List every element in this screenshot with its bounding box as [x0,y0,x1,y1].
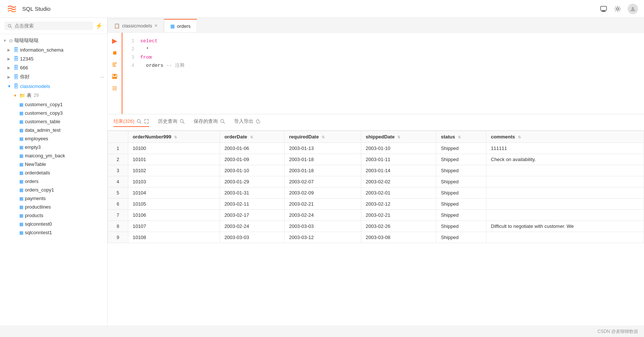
cell-shippedDate: 2003-01-11 [361,154,436,165]
tree-item-customers_copy1[interactable]: ▦ customers_copy1 [0,100,107,109]
tab-classicmodels[interactable]: 📋 classicmodels ✕ [108,19,164,32]
cell-requiredDate: 2003-03-12 [285,232,361,243]
table-icon-1: ▦ [19,102,23,107]
cell-status: Shipped [436,154,486,165]
tree-item-maicong[interactable]: ▦ maicong_ym_back [0,151,107,160]
run-button[interactable]: ▶ [109,36,120,46]
refresh-icon[interactable]: ⚡ [95,22,103,29]
app-logo [6,3,18,15]
tree-arrow-root: ▼ [3,39,7,43]
tree-item-classicmodels[interactable]: ▼ 🗄 classicmodels [0,82,107,91]
tree-item-orders_copy1[interactable]: ▦ orders_copy1 [0,186,107,194]
svg-point-18 [180,120,183,122]
table-icon-14: ▦ [19,213,23,218]
col-header-shippedDate[interactable]: shippedDate ⇅ [361,131,436,143]
tree-item-orders[interactable]: ▦ orders [0,177,107,186]
content-area: 📋 classicmodels ✕ ▦ orders ▶ ⏹ [108,18,644,326]
tree-item-tables-folder[interactable]: ▼ 📁 表 29 [0,91,107,100]
cell-comments [486,176,644,187]
tree-item-customers_table[interactable]: ▦ customers_table [0,117,107,126]
tree-container: ▼ ⊝ 哒哒哒哒哒 ▶ 🗄 information_schema ▶ 🗄 123… [0,34,107,326]
list-button[interactable] [109,83,120,94]
tree-item-customers_copy3[interactable]: ▦ customers_copy3 [0,109,107,117]
tree-label-t4: data_admin_test [25,127,60,133]
tree-arrow-5: ▼ [7,84,12,88]
cell-orderNumber999: 10100 [128,143,220,154]
tree-item-sqlconntest1[interactable]: ▦ sqlconntest1 [0,228,107,237]
result-tab-history[interactable]: 历史查询 [158,118,185,127]
data-table: orderNumber999 ⇅ orderDate ⇅ requiredDat… [108,131,644,243]
result-tab-import[interactable]: 导入导出 [234,118,261,127]
cell-status: Shipped [436,165,486,176]
cell-status: Shipped [436,199,486,210]
table-icon-13: ▦ [19,205,23,210]
result-tab-saved[interactable]: 保存的查询 [194,118,225,127]
tree-item-sqlconntest0[interactable]: ▦ sqlconntest0 [0,220,107,228]
tab-icon-orders: ▦ [170,23,175,29]
monitor-icon[interactable] [599,5,608,13]
more-icon-nihao[interactable]: ··· [100,74,104,80]
svg-point-16 [137,120,140,122]
cell-status: Shipped [436,210,486,221]
table-icon-7: ▦ [19,153,23,158]
tree-item-orderdetails[interactable]: ▦ orderdetails [0,168,107,177]
tree-label-t11: orders_copy1 [25,187,54,193]
cell-requiredDate: 2003-02-07 [285,176,361,187]
format-button[interactable] [109,59,120,70]
tree-item-information_schema[interactable]: ▶ 🗄 information_schema [0,45,107,54]
table-icon-10: ▦ [19,179,23,184]
result-tab-label-saved: 保存的查询 [194,118,218,125]
svg-rect-7 [112,63,117,63]
user-avatar[interactable] [628,4,638,14]
result-tab-result[interactable]: 结果(326) [114,118,149,127]
tree-label-1: information_schema [20,47,63,53]
col-header-orderNumber999[interactable]: orderNumber999 ⇅ [128,131,220,143]
tree-item-empty3[interactable]: ▦ empty3 [0,143,107,151]
table-row: 6 10105 2003-02-11 2003-02-21 2003-02-12… [108,199,644,210]
tree-label-3: 666 [20,65,28,71]
col-header-comments[interactable]: comments ⇅ [486,131,644,143]
folder-icon-tables: 📁 [19,93,25,98]
code-editor[interactable]: 1 select 2 * 3 from 4 orders -- 注释 [122,33,644,114]
tree-item-root[interactable]: ▼ ⊝ 哒哒哒哒哒 [0,36,107,45]
svg-rect-8 [112,64,115,65]
tree-item-productlines[interactable]: ▦ productlines [0,203,107,211]
table-count-badge: 29 [34,93,39,98]
cell-rownum: 4 [108,176,128,187]
stop-button[interactable]: ⏹ [109,48,120,58]
tab-close-classicmodels[interactable]: ✕ [154,23,158,28]
db-icon-3: 🗄 [13,65,19,71]
table-row: 5 10104 2003-01-31 2003-02-09 2003-02-01… [108,187,644,199]
tree-item-newtable[interactable]: ▦ NewTable [0,160,107,168]
tree-item-products[interactable]: ▦ products [0,211,107,220]
table-icon-5: ▦ [19,136,23,141]
search-input[interactable] [14,23,90,29]
expand-icon-result [144,119,149,124]
cell-rownum: 2 [108,154,128,165]
db-icon-4: 🗄 [13,74,19,80]
tree-item-payments[interactable]: ▦ payments [0,194,107,203]
col-header-requiredDate[interactable]: requiredDate ⇅ [285,131,361,143]
tree-item-666[interactable]: ▶ 🗄 666 [0,63,107,72]
col-header-orderDate[interactable]: orderDate ⇅ [220,131,284,143]
tree-label-2: 12345 [20,56,33,62]
result-tab-label-result: 结果(326) [114,118,134,125]
search-input-wrap[interactable] [4,22,93,30]
settings-icon[interactable] [614,5,622,13]
col-header-status[interactable]: status ⇅ [436,131,486,143]
tree-label-t1: customers_copy1 [25,102,63,107]
tree-item-employees[interactable]: ▦ employees [0,134,107,143]
tree-item-12345[interactable]: ▶ 🗄 12345 [0,54,107,63]
tree-label-t9: orderdetails [25,170,50,176]
save-query-button[interactable] [109,71,120,82]
tab-orders[interactable]: ▦ orders [164,19,197,32]
tree-arrow-4: ▶ [7,75,12,79]
tree-item-nihao[interactable]: ▶ 🗄 你好 ··· [0,72,107,82]
table-row: 8 10107 2003-02-24 2003-03-03 2003-02-26… [108,221,644,232]
cell-orderNumber999: 10105 [128,199,220,210]
cell-rownum: 5 [108,187,128,199]
code-line-4: 4 orders -- 注释 [128,62,638,70]
cell-requiredDate: 2003-02-21 [285,199,361,210]
cell-orderNumber999: 10108 [128,232,220,243]
tree-item-data_admin_test[interactable]: ▦ data_admin_test [0,126,107,134]
